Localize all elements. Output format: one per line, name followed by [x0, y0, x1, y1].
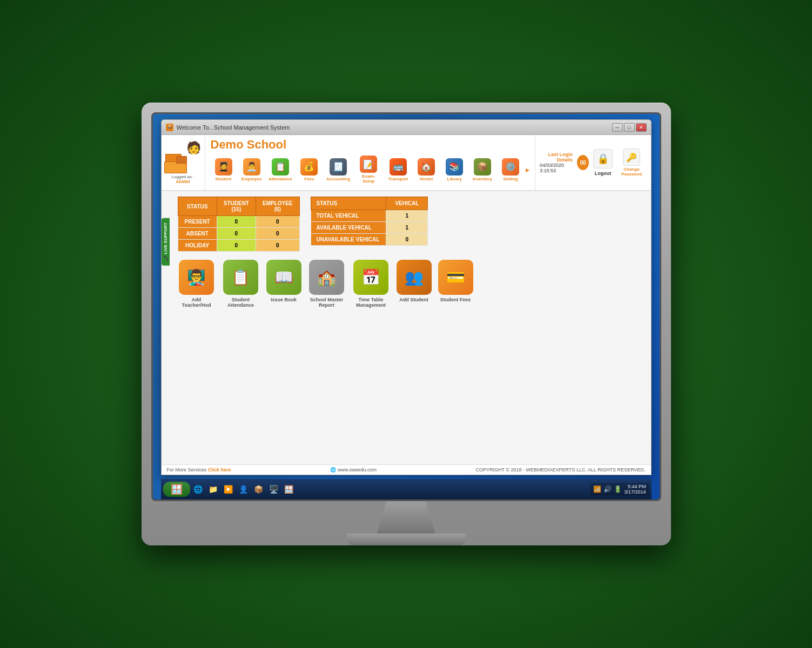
school-master-icon: 🏫: [309, 260, 344, 295]
maximize-button[interactable]: □: [624, 123, 635, 132]
add-student-button[interactable]: 👥 Add Student: [397, 260, 432, 308]
employee-nav-icon: 👨‍💼: [243, 158, 260, 176]
nav-item-transport[interactable]: 🚌 Transport: [385, 157, 411, 183]
app-footer: For More Services Click here 🌐 www.sweed…: [162, 464, 651, 475]
nav-item-accounting[interactable]: 🧾 Accounting: [324, 157, 352, 183]
taskbar-windows-icon[interactable]: 🪟: [283, 483, 296, 496]
school-name-section: Demo School 🧑‍🎓 Student 👨‍💼 Employee: [205, 135, 535, 190]
att-present-student: 0: [217, 216, 256, 228]
logged-as-label: Logged as : ADMIN: [164, 174, 202, 184]
timetable-button[interactable]: 📅 Time Table Management: [352, 260, 390, 308]
veh-available-label: AVAILABLE VEHICAL: [311, 222, 386, 234]
exam-nav-icon: 📝: [360, 156, 377, 173]
taskbar-app-icon[interactable]: 📦: [252, 483, 265, 496]
footer-click-here[interactable]: Click here: [208, 467, 231, 473]
issue-book-button[interactable]: 📖 Issue Book: [266, 260, 301, 308]
setting-nav-icon: ⚙️: [502, 158, 519, 176]
add-teacher-icon: 👨‍🏫: [179, 260, 214, 295]
nav-item-library[interactable]: 📚 Library: [441, 157, 467, 183]
monitor: 📦 Welcome To.. School Management System …: [142, 103, 671, 545]
student-attendance-label: Student Attendance: [222, 297, 260, 308]
taskbar-icons: 🌐 📁 ▶️ 👤 📦 🖥️ 🪟: [192, 483, 296, 496]
student-fees-button[interactable]: 💳 Student Fees: [438, 260, 473, 308]
header-right: Last Login Details 04/03/2020 3:15:53 00…: [535, 135, 650, 190]
footer-website-url: www.sweedu.com: [338, 467, 377, 473]
tray-battery-icon: 🔋: [614, 485, 622, 493]
school-master-button[interactable]: 🏫 School Master Report: [308, 260, 346, 308]
system-tray: 📶 🔊 🔋 5:44 PM 3/17/2014: [590, 483, 649, 496]
taskbar-folder-icon[interactable]: 📁: [207, 483, 220, 496]
att-holiday-employee: 0: [256, 240, 299, 252]
nav-label-attendance: Attendance: [269, 177, 292, 181]
nav-label-exam: Exam-Setup: [357, 174, 380, 184]
globe-icon: 🌐: [330, 467, 336, 473]
change-password-label: Change Password: [617, 167, 646, 177]
taskbar: 🪟 🌐 📁 ▶️ 👤 📦 🖥️ 🪟 📶 🔊 🔋 5:44 PM: [161, 479, 652, 500]
quick-access-section: 👨‍🏫 Add Teacher/Hod 📋 Student Attendance…: [178, 260, 646, 308]
dashboard-tables: STATUS STUDENT (15) EMPLOYEE (6): [178, 197, 646, 252]
taskbar-extra-icon[interactable]: 🖥️: [267, 483, 280, 496]
nav-item-fees[interactable]: 💰 Fees: [296, 157, 322, 183]
student-attendance-icon: 📋: [223, 260, 258, 295]
nav-item-setting[interactable]: ⚙️ Setting: [498, 157, 524, 183]
att-student-header: STUDENT (15): [217, 197, 256, 216]
monitor-base: [347, 534, 466, 545]
main-content: 📞 LIVE SUPPORT STATUS: [162, 191, 651, 464]
footer-services-label: For More Services: [167, 467, 207, 473]
live-support-button[interactable]: 📞 LIVE SUPPORT: [162, 218, 170, 266]
student-nav-icon: 🧑‍🎓: [215, 158, 232, 176]
att-absent-label: ABSENT: [178, 228, 217, 240]
veh-total-value: 1: [386, 210, 428, 222]
monitor-screen: 📦 Welcome To.. School Management System …: [153, 114, 660, 500]
inventory-nav-icon: 📦: [474, 158, 491, 176]
nav-item-student[interactable]: 🧑‍🎓 Student: [211, 157, 237, 183]
footer-website: 🌐 www.sweedu.com: [330, 467, 377, 473]
notification-badge[interactable]: 00: [577, 155, 589, 170]
nav-label-transport: Transport: [388, 177, 408, 181]
attendance-table: STATUS STUDENT (15) EMPLOYEE (6): [178, 197, 300, 252]
taskbar-media-icon[interactable]: ▶️: [222, 483, 235, 496]
issue-book-icon: 📖: [266, 260, 301, 295]
close-button[interactable]: ✕: [636, 123, 647, 132]
veh-available-value: 1: [386, 222, 428, 234]
school-name: Demo School: [211, 138, 530, 152]
start-button[interactable]: 🪟: [163, 482, 190, 497]
nav-menu: 🧑‍🎓 Student 👨‍💼 Employee 📋 Attendance: [211, 152, 530, 187]
veh-unavailable-value: 0: [386, 234, 428, 246]
nav-item-employee[interactable]: 👨‍💼 Employee: [239, 157, 265, 183]
att-present-label: PRESENT: [178, 216, 217, 228]
transport-nav-icon: 🚌: [390, 158, 407, 176]
nav-item-attendance[interactable]: 📋 Attendance: [267, 157, 294, 183]
nav-item-hostel[interactable]: 🏠 Hostel: [413, 157, 439, 183]
student-attendance-button[interactable]: 📋 Student Attendance: [222, 260, 260, 308]
add-teacher-label: Add Teacher/Hod: [178, 297, 216, 308]
timetable-label: Time Table Management: [352, 297, 390, 308]
add-student-label: Add Student: [399, 297, 428, 302]
att-holiday-label: HOLIDAY: [178, 240, 217, 252]
hostel-nav-icon: 🏠: [418, 158, 435, 176]
title-bar-buttons: ─ □ ✕: [612, 123, 647, 132]
logout-icon: 🔒: [593, 149, 613, 168]
logout-button[interactable]: Logout: [595, 171, 612, 176]
att-status-header: STATUS: [178, 197, 217, 216]
attendance-section: STATUS STUDENT (15) EMPLOYEE (6): [178, 197, 300, 252]
nav-item-exam[interactable]: 📝 Exam-Setup: [354, 154, 383, 185]
veh-total-label: TOTAL VEHICAL: [311, 210, 386, 222]
last-login-label: Last Login Details: [540, 152, 573, 163]
add-teacher-button[interactable]: 👨‍🏫 Add Teacher/Hod: [178, 260, 216, 308]
taskbar-ie-icon[interactable]: 🌐: [192, 483, 205, 496]
taskbar-user-icon[interactable]: 👤: [237, 483, 250, 496]
library-nav-icon: 📚: [446, 158, 463, 176]
nav-item-inventory[interactable]: 📦 Inventory: [469, 157, 495, 183]
nav-more[interactable]: ▸: [526, 165, 529, 174]
table-row: AVAILABLE VEHICAL 1: [311, 222, 428, 234]
table-row: PRESENT 0 0: [178, 216, 299, 228]
issue-book-label: Issue Book: [271, 297, 297, 302]
minimize-button[interactable]: ─: [612, 123, 623, 132]
clock-time: 5:44 PM: [624, 484, 646, 489]
nav-label-fees: Fees: [304, 177, 314, 181]
change-password-section[interactable]: 🔑 Change Password: [617, 148, 646, 177]
veh-status-header: STATUS: [311, 197, 386, 210]
title-bar-icon: 📦: [166, 124, 173, 131]
footer-services: For More Services Click here: [167, 467, 231, 473]
